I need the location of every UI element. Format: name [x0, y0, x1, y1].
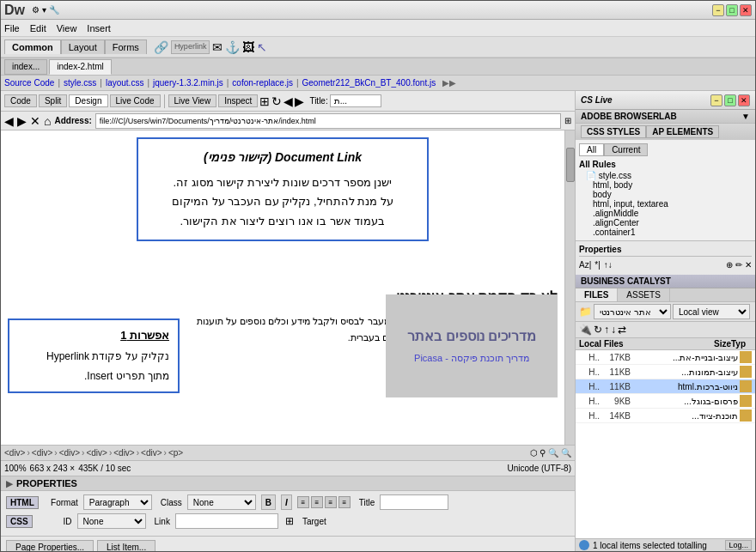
- css-rule-container1[interactable]: .container1: [579, 227, 752, 237]
- multiscreen-icon[interactable]: ⊞: [259, 94, 270, 108]
- home-icon[interactable]: ⌂: [44, 114, 51, 128]
- tag-div6[interactable]: <div>: [141, 448, 162, 458]
- email-icon[interactable]: ✉: [212, 40, 223, 54]
- menu-insert[interactable]: Insert: [87, 23, 111, 33]
- nav-forward-icon[interactable]: ▶: [17, 114, 27, 128]
- jquery-link[interactable]: jquery-1.3.2.min.js: [153, 78, 223, 88]
- menu-file[interactable]: File: [4, 23, 20, 33]
- file-row-1[interactable]: עיצוב-תמונות... 11KB ..H: [576, 365, 755, 379]
- sync-icon[interactable]: ⇄: [618, 324, 626, 336]
- title-input[interactable]: [380, 494, 448, 510]
- align-right-icon[interactable]: ≡: [325, 496, 337, 508]
- tag-div4[interactable]: <div>: [86, 448, 107, 458]
- tag-div3[interactable]: <div>: [59, 448, 80, 458]
- props-star-icon[interactable]: *|: [594, 260, 601, 270]
- anchor-icon[interactable]: ⚓: [225, 40, 240, 54]
- style-css-link[interactable]: style.css: [64, 78, 96, 88]
- files-tab[interactable]: FILES: [576, 288, 618, 301]
- connect-icon[interactable]: 🔌: [579, 324, 592, 336]
- css-tab-label[interactable]: CSS STYLES: [581, 125, 646, 138]
- source-code-link[interactable]: Source Code: [4, 78, 54, 88]
- ap-elements-tab[interactable]: AP ELEMENTS: [646, 125, 719, 138]
- scroll-thumb[interactable]: [566, 148, 575, 182]
- italic-button[interactable]: I: [281, 494, 292, 510]
- business-catalyst-header[interactable]: BUSINESS CATALYST: [576, 275, 755, 288]
- refresh-icon[interactable]: ↻: [271, 94, 282, 108]
- css-rule-alignmiddle[interactable]: .alignMiddle: [579, 209, 752, 218]
- page-properties-button[interactable]: Page Properties...: [6, 540, 94, 551]
- menu-view[interactable]: View: [57, 23, 77, 33]
- bold-button[interactable]: B: [261, 494, 276, 510]
- refresh-files-icon[interactable]: ↻: [594, 324, 602, 336]
- file-row-3[interactable]: פרסום-בגוגל... 9KB ..H: [576, 394, 755, 409]
- align-justify-icon[interactable]: ≡: [338, 496, 351, 508]
- props-az-icon[interactable]: Az|: [579, 260, 591, 270]
- live-code-btn[interactable]: Live Code: [110, 94, 161, 107]
- file-row-0[interactable]: עיצוב-ובניית-את... 17KB ..H: [576, 350, 755, 365]
- inspect-btn[interactable]: Inspect: [218, 94, 258, 107]
- align-center-icon[interactable]: ≡: [311, 496, 323, 508]
- html-badge[interactable]: HTML: [6, 496, 39, 509]
- link-input[interactable]: [175, 513, 278, 529]
- css-style-css[interactable]: 📄 style.css: [579, 171, 752, 180]
- maximize-button[interactable]: □: [726, 4, 738, 16]
- layout-css-link[interactable]: layout.css: [106, 78, 143, 88]
- log-button[interactable]: Log...: [725, 540, 752, 550]
- upload-icon[interactable]: ↑: [604, 324, 609, 336]
- toolbar-tab-layout[interactable]: Layout: [61, 39, 105, 54]
- id-select[interactable]: None: [77, 513, 146, 529]
- props-expand-icon[interactable]: ▶: [6, 479, 13, 488]
- image-icon[interactable]: 🖼: [242, 40, 254, 54]
- cs-minimize-btn[interactable]: −: [710, 94, 722, 106]
- cs-maximize-btn[interactable]: □: [724, 94, 736, 106]
- menu-edit[interactable]: Edit: [30, 23, 46, 33]
- editor-scrollbar[interactable]: [564, 130, 575, 445]
- browserlab-header[interactable]: ADOBE BROWSERLAB ▼: [576, 110, 755, 123]
- css-rule-html-body[interactable]: html, body: [579, 180, 752, 190]
- nav-back-icon[interactable]: ◀: [4, 114, 14, 128]
- file-row-2[interactable]: ניווט-ברכות.html 11KB ..H: [576, 379, 755, 394]
- minimize-button[interactable]: −: [712, 4, 724, 16]
- cs-close-btn[interactable]: ✕: [738, 94, 750, 106]
- list-item-button[interactable]: List Item...: [97, 540, 155, 551]
- back-icon[interactable]: ◀: [284, 94, 293, 108]
- css-badge[interactable]: CSS: [6, 515, 33, 528]
- address-input[interactable]: [95, 113, 561, 129]
- toolbar-tab-forms[interactable]: Forms: [105, 39, 147, 54]
- gray-box-link[interactable]: מדריך תוכנת פיקסה - Picasa: [414, 351, 529, 367]
- zoom-percent[interactable]: 100%: [4, 464, 27, 473]
- code-btn[interactable]: Code: [4, 94, 37, 107]
- file-row-4[interactable]: תוכנת-ציוד... 14KB ..H: [576, 409, 755, 423]
- forward-icon[interactable]: ▶: [295, 94, 304, 108]
- file-tab-index2[interactable]: index-2.html: [49, 59, 111, 75]
- tag-p[interactable]: <p>: [168, 448, 183, 458]
- title-field[interactable]: [330, 94, 381, 107]
- download-icon[interactable]: ↓: [611, 324, 616, 336]
- tag-div1[interactable]: <div>: [4, 448, 25, 458]
- view-dropdown[interactable]: Local view: [673, 304, 750, 319]
- css-current-tab[interactable]: Current: [604, 143, 648, 156]
- design-btn[interactable]: Design: [69, 94, 107, 107]
- css-rule-body[interactable]: body: [579, 190, 752, 199]
- cofon-link[interactable]: cofon-replace.js: [232, 78, 293, 88]
- assets-tab[interactable]: ASSETS: [618, 288, 669, 301]
- css-rule-aligncenter[interactable]: .alignCenter: [579, 218, 752, 227]
- props-sort-icon[interactable]: ↑↓: [604, 260, 613, 270]
- toolbar-tab-common[interactable]: Common: [4, 39, 61, 54]
- stop-icon[interactable]: ✕: [30, 114, 40, 128]
- format-select[interactable]: Paragraph: [83, 494, 152, 510]
- link-browse-icon[interactable]: ⊞: [285, 515, 294, 527]
- split-btn[interactable]: Split: [39, 94, 67, 107]
- site-dropdown[interactable]: אתר אינטרנטי: [594, 304, 671, 319]
- class-select[interactable]: None: [187, 494, 256, 510]
- tag-div5[interactable]: <div>: [113, 448, 134, 458]
- close-button[interactable]: ✕: [740, 4, 752, 16]
- css-all-tab[interactable]: All: [579, 143, 604, 156]
- geometr-link[interactable]: Geometr212_BkCn_BT_400.font.js: [302, 78, 436, 88]
- tag-div2[interactable]: <div>: [32, 448, 52, 458]
- css-rule-input[interactable]: html, input, textarea: [579, 199, 752, 209]
- hyperlink-icon[interactable]: 🔗: [154, 40, 168, 54]
- live-view-btn[interactable]: Live View: [168, 94, 217, 107]
- file-tab-index[interactable]: index...: [4, 59, 47, 75]
- css-styles-header[interactable]: CSS STYLES AP ELEMENTS: [576, 124, 755, 140]
